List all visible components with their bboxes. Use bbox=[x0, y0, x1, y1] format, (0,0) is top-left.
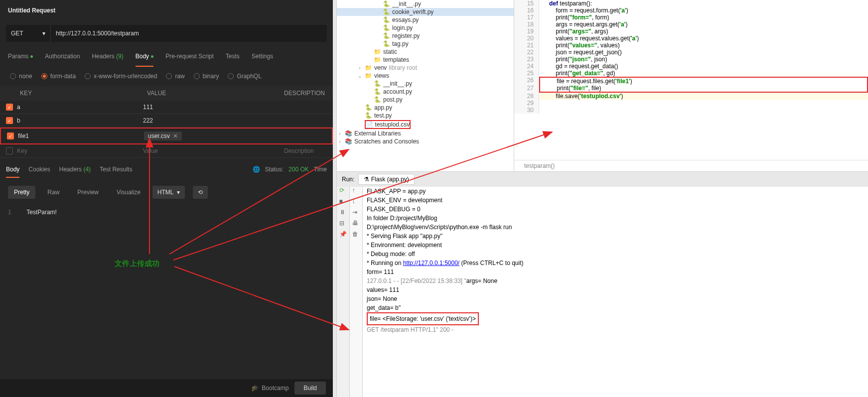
console-line: * Serving Flask app "app.py" bbox=[367, 232, 864, 241]
down-icon[interactable]: ↓ bbox=[352, 198, 360, 206]
expand-icon[interactable]: › bbox=[357, 65, 363, 71]
expand-icon[interactable]: › bbox=[337, 131, 343, 136]
resp-tab-headers[interactable]: Headers (4) bbox=[59, 166, 91, 173]
radio-urlencoded[interactable]: x-www-form-urlencoded bbox=[85, 73, 157, 80]
resp-tab-test[interactable]: Test Results bbox=[100, 166, 132, 173]
up-icon[interactable]: ↑ bbox=[352, 187, 360, 195]
tree-item[interactable]: ›📁 venv library root bbox=[337, 64, 514, 72]
tree-item[interactable]: 🐍 __init__.py bbox=[337, 0, 514, 8]
code-line: 15def testparam(): bbox=[514, 0, 868, 7]
python-file-icon: 🐍 bbox=[374, 96, 381, 103]
breadcrumb[interactable]: testparam() bbox=[514, 160, 868, 171]
exit-icon[interactable]: ⊟ bbox=[339, 220, 347, 228]
expand-icon[interactable]: ⌄ bbox=[357, 73, 363, 79]
tab-params[interactable]: Params bbox=[8, 53, 33, 60]
folder-icon: 📁 bbox=[365, 72, 372, 79]
tab-tests[interactable]: Tests bbox=[226, 53, 240, 60]
kv-row-file[interactable]: ✓ file1 user.csv✕ bbox=[0, 128, 333, 144]
checkbox-icon[interactable]: ✓ bbox=[6, 117, 13, 124]
run-toolbar: ⟳ ■ ⏸ ⊟ 📌 bbox=[337, 172, 350, 397]
kv-key[interactable]: a bbox=[17, 104, 143, 111]
console-line: FLASK_APP = app.py bbox=[367, 187, 864, 196]
tree-item[interactable]: 🐍 tag.py bbox=[337, 40, 514, 48]
body-type-radios: none form-data x-www-form-urlencoded raw… bbox=[0, 67, 333, 86]
build-button[interactable]: Build bbox=[294, 382, 326, 395]
console-line: get_data= b'' bbox=[367, 303, 864, 312]
code-line: 29 bbox=[514, 100, 868, 107]
checkbox-icon[interactable]: ✓ bbox=[6, 104, 13, 111]
tab-settings[interactable]: Settings bbox=[252, 53, 273, 60]
tree-item[interactable]: 🐍 register.py bbox=[337, 32, 514, 40]
checkbox-icon[interactable] bbox=[6, 147, 13, 154]
python-file-icon: 🐍 bbox=[365, 112, 372, 119]
code-editor[interactable]: 15def testparam():16 form = request.form… bbox=[514, 0, 868, 160]
bootcamp-button[interactable]: 🎓Bootcamp bbox=[251, 385, 289, 392]
kv-desc-placeholder[interactable]: Description bbox=[280, 147, 327, 154]
pause-icon[interactable]: ⏸ bbox=[339, 209, 347, 217]
radio-binary[interactable]: binary bbox=[194, 73, 219, 80]
tree-item[interactable]: 🐍 login.py bbox=[337, 24, 514, 32]
radio-graphql[interactable]: GraphQL bbox=[228, 73, 261, 80]
response-text: TestParam! bbox=[26, 209, 57, 216]
tab-headers[interactable]: Headers (9) bbox=[92, 53, 123, 60]
clear-icon[interactable]: 🗑 bbox=[352, 231, 360, 239]
url-link[interactable]: http://127.0.0.1:5000/ bbox=[403, 260, 459, 266]
tree-item[interactable]: 📄 testuplod.csv bbox=[337, 120, 514, 130]
fmt-visualize[interactable]: Visualize bbox=[111, 186, 146, 199]
kv-value[interactable]: 111 bbox=[143, 104, 280, 111]
radio-raw[interactable]: raw bbox=[166, 73, 184, 80]
folder-icon: 📁 bbox=[374, 48, 381, 55]
tree-item[interactable]: 🐍 test.py bbox=[337, 112, 514, 120]
tree-item[interactable]: 📁 static bbox=[337, 48, 514, 56]
tree-item[interactable]: ⌄📁 views bbox=[337, 72, 514, 80]
tree-item[interactable]: 📁 templates bbox=[337, 56, 514, 64]
tree-item[interactable]: 🐍 essays.py bbox=[337, 16, 514, 24]
method-select[interactable]: GET▾ bbox=[6, 25, 51, 42]
print-icon[interactable]: 🖶 bbox=[352, 220, 360, 228]
rerun-icon[interactable]: ⟳ bbox=[339, 187, 347, 195]
globe-icon[interactable]: 🌐 bbox=[253, 166, 260, 173]
radio-none[interactable]: none bbox=[10, 73, 32, 80]
kv-value[interactable]: 222 bbox=[143, 117, 280, 124]
code-line: 18 args = request.args.get('a') bbox=[514, 21, 868, 28]
kv-row-empty[interactable]: Key Value Description bbox=[0, 144, 333, 158]
tree-item[interactable]: 🐍 app.py bbox=[337, 104, 514, 112]
fmt-lang-select[interactable]: HTML ▾ bbox=[152, 186, 185, 199]
tab-body[interactable]: Body bbox=[136, 53, 153, 60]
code-area: 15def testparam():16 form = request.form… bbox=[514, 0, 868, 171]
tab-authorization[interactable]: Authorization bbox=[45, 53, 80, 60]
kv-value-placeholder[interactable]: Value bbox=[143, 147, 280, 154]
tree-item[interactable]: ›📚 External Libraries bbox=[337, 130, 514, 137]
kv-key-placeholder[interactable]: Key bbox=[17, 147, 143, 154]
checkbox-icon[interactable]: ✓ bbox=[7, 132, 14, 139]
tree-item[interactable]: 🐍 account.py bbox=[337, 88, 514, 96]
tree-item[interactable]: ›📚 Scratches and Consoles bbox=[337, 137, 514, 145]
code-line: 19 print("args=", args) bbox=[514, 28, 868, 35]
pin-icon[interactable]: 📌 bbox=[339, 231, 347, 239]
radio-formdata[interactable]: form-data bbox=[41, 73, 76, 80]
stop-icon[interactable]: ■ bbox=[339, 198, 347, 206]
softwrap-icon[interactable]: ⇥ bbox=[352, 209, 360, 217]
kv-key[interactable]: b bbox=[17, 117, 143, 124]
kv-row[interactable]: ✓ a 111 bbox=[0, 101, 333, 114]
kv-value-file[interactable]: user.csv✕ bbox=[144, 132, 281, 140]
tab-prerequest[interactable]: Pre-request Script bbox=[165, 53, 214, 60]
project-tree[interactable]: 🐍 __init__.py🐍 cookie_verift.py🐍 essays.… bbox=[337, 0, 514, 171]
kv-key[interactable]: file1 bbox=[18, 132, 144, 139]
tree-item[interactable]: 🐍 post.py bbox=[337, 96, 514, 104]
expand-icon[interactable]: › bbox=[337, 139, 343, 144]
wrap-toggle-icon[interactable]: ⟲ bbox=[193, 186, 208, 199]
kv-row[interactable]: ✓ b 222 bbox=[0, 114, 333, 128]
tree-item[interactable]: 🐍 __init__.py bbox=[337, 80, 514, 88]
resp-tab-cookies[interactable]: Cookies bbox=[28, 166, 50, 173]
resp-tab-body[interactable]: Body bbox=[6, 166, 19, 173]
tree-item[interactable]: 🐍 cookie_verift.py bbox=[337, 8, 514, 16]
fmt-pretty[interactable]: Pretty bbox=[8, 186, 35, 199]
run-config-tab[interactable]: ⚗ Flask (app.py) bbox=[358, 174, 414, 185]
url-input[interactable]: http://127.0.0.1:5000/testparam bbox=[51, 25, 327, 42]
console-output[interactable]: FLASK_APP = app.pyFLASK_ENV = developmen… bbox=[363, 172, 868, 397]
fmt-preview[interactable]: Preview bbox=[71, 186, 105, 199]
fmt-raw[interactable]: Raw bbox=[41, 186, 65, 199]
run-label: Run: bbox=[342, 176, 354, 183]
remove-file-icon[interactable]: ✕ bbox=[173, 132, 178, 139]
